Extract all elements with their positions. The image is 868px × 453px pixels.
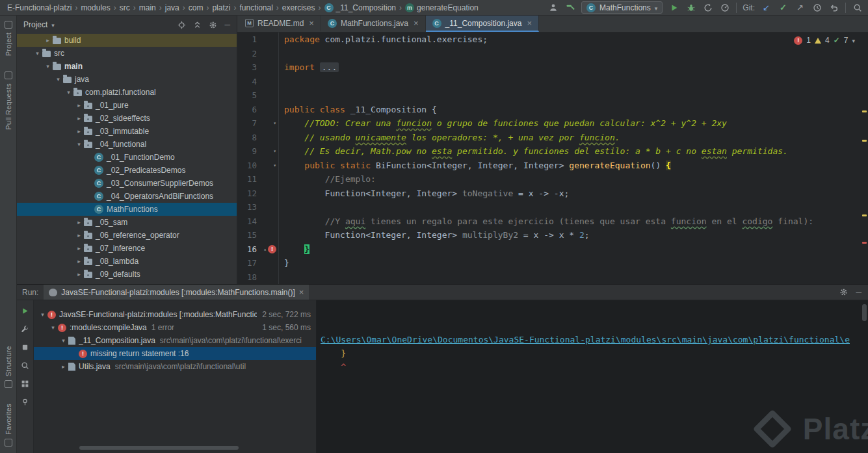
project-tree-item[interactable]: C_03_ConsumerSupplierDemos: [17, 177, 237, 190]
tree-chevron-icon[interactable]: ▾: [43, 63, 53, 70]
search-console-icon[interactable]: [21, 361, 29, 370]
tree-chevron-icon[interactable]: ▸: [74, 219, 84, 226]
project-tree-item[interactable]: ▸_07_inference: [17, 242, 237, 255]
code-line[interactable]: 1package com.platzi.functional.exercises…: [237, 32, 868, 47]
tree-chevron-icon[interactable]: ▾: [74, 141, 84, 148]
run-tree-item[interactable]: ▾_11_Composition.javasrc\main\java\com\p…: [34, 334, 316, 347]
breadcrumb-item[interactable]: C_11_Composition: [322, 3, 399, 12]
tree-chevron-icon[interactable]: ▾: [38, 311, 47, 318]
project-tree-item[interactable]: ▾com.platzi.functional: [17, 86, 237, 99]
project-tree-item[interactable]: ▸_05_sam: [17, 216, 237, 229]
code-line[interactable]: 2: [237, 47, 868, 61]
code-line[interactable]: 3import ...: [237, 60, 868, 75]
run-configuration-select[interactable]: C MathFunctions: [581, 1, 663, 14]
tree-chevron-icon[interactable]: ▸: [74, 232, 84, 239]
run-tree-item[interactable]: !missing return statement :16: [34, 347, 316, 360]
tab-close-icon[interactable]: ×: [414, 18, 419, 28]
project-tree-item[interactable]: C_04_OperatorsAndBiFunctions: [17, 190, 237, 203]
run-console[interactable]: C:\Users\Omar\OneDrive\Documentos\JavaSE…: [317, 300, 868, 453]
breadcrumb-item[interactable]: E-Functional-platzi: [5, 3, 73, 12]
project-tree-item[interactable]: ▾_04_functional: [17, 138, 237, 151]
tree-chevron-icon[interactable]: ▾: [64, 89, 73, 96]
project-tree-item[interactable]: ▾src: [17, 47, 237, 60]
project-tree-item[interactable]: C_01_FunctionDemo: [17, 151, 237, 164]
code-line[interactable]: 17}: [237, 256, 868, 270]
project-tree-item[interactable]: ▾main: [17, 60, 237, 73]
build-hammer-icon[interactable]: [564, 2, 575, 13]
locate-file-icon[interactable]: [178, 21, 186, 29]
project-tree-item[interactable]: ▸_08_lambda: [17, 255, 237, 268]
error-stripe[interactable]: [860, 32, 868, 284]
grid-icon[interactable]: [21, 380, 29, 388]
breadcrumb-item[interactable]: platzi: [210, 3, 232, 12]
collapse-all-icon[interactable]: [193, 21, 202, 29]
history-clock-icon[interactable]: [811, 2, 822, 13]
close-icon[interactable]: [299, 287, 304, 297]
inspections-widget[interactable]: 1 4 7: [794, 36, 855, 45]
project-tree-item[interactable]: ▸_06_reference_operator: [17, 229, 237, 242]
error-stripe-mark[interactable]: [862, 110, 867, 112]
chevron-down-icon[interactable]: [51, 20, 55, 29]
breadcrumb-item[interactable]: functional: [237, 3, 274, 12]
code-line[interactable]: 10▾ public static BiFunction<Integer, In…: [237, 159, 868, 173]
tree-chevron-icon[interactable]: ▸: [74, 271, 84, 278]
tree-chevron-icon[interactable]: ▾: [33, 50, 42, 57]
tab-close-icon[interactable]: ×: [527, 18, 532, 28]
project-tree-item[interactable]: ▸_02_sideeffects: [17, 112, 237, 125]
breadcrumb-item[interactable]: exercises: [280, 3, 317, 12]
stop-icon[interactable]: [21, 343, 29, 352]
code-line[interactable]: 4: [237, 75, 868, 89]
code-line[interactable]: 14 //Y aqui tienes un regalo para este e…: [237, 214, 868, 229]
hide-panel-icon[interactable]: [856, 288, 861, 297]
profiler-icon[interactable]: [719, 2, 730, 13]
tool-window-favorites[interactable]: Favorites: [5, 404, 12, 447]
fold-icon[interactable]: ▴: [263, 242, 267, 257]
rerun-icon[interactable]: [21, 307, 29, 315]
project-tree-item[interactable]: ▸build: [17, 34, 237, 47]
tree-chevron-icon[interactable]: ▸: [59, 363, 68, 370]
code-line[interactable]: 16▴! }: [237, 242, 868, 257]
git-commit-icon[interactable]: [778, 2, 789, 13]
horizontal-scrollbar[interactable]: [79, 446, 239, 450]
project-panel-title[interactable]: Project: [23, 20, 47, 29]
vertical-scrollbar[interactable]: [862, 304, 867, 321]
debug-bug-icon[interactable]: [685, 2, 696, 13]
tree-chevron-icon[interactable]: ▸: [74, 102, 84, 109]
tree-chevron-icon[interactable]: ▾: [59, 337, 68, 344]
pin-icon[interactable]: [21, 398, 29, 406]
error-stripe-mark[interactable]: [862, 214, 867, 216]
breadcrumb-item[interactable]: modules: [79, 3, 112, 12]
run-button[interactable]: [668, 2, 679, 13]
editor-tab[interactable]: C_11_Composition.java×: [426, 16, 539, 32]
project-tree-item[interactable]: ▾java: [17, 73, 237, 86]
tree-chevron-icon[interactable]: ▸: [74, 258, 84, 265]
error-stripe-mark[interactable]: [862, 140, 867, 142]
breadcrumb-item[interactable]: com: [187, 3, 205, 12]
project-tree-item[interactable]: ▸_01_pure: [17, 99, 237, 112]
tool-window-project[interactable]: Project: [5, 21, 12, 56]
editor-tab[interactable]: MREADME.md×: [239, 16, 321, 32]
hide-panel-icon[interactable]: [224, 20, 230, 29]
fold-icon[interactable]: ▾: [273, 116, 276, 131]
tree-chevron-icon[interactable]: ▸: [74, 245, 84, 252]
gear-icon[interactable]: [839, 288, 848, 296]
tool-window-structure[interactable]: Structure: [5, 346, 12, 388]
code-line[interactable]: 7▾ //TODO: Crear una funcion o grupo de …: [237, 116, 868, 131]
error-stripe-mark[interactable]: [862, 242, 867, 244]
wrench-icon[interactable]: [21, 325, 29, 333]
project-tree-item[interactable]: C_02_PredicatesDemos: [17, 164, 237, 177]
git-push-icon[interactable]: [795, 2, 806, 13]
code-line[interactable]: 11 //Ejemplo:: [237, 172, 868, 187]
breadcrumb-item[interactable]: mgenerateEquation: [403, 3, 480, 12]
search-icon[interactable]: [852, 2, 863, 13]
tree-chevron-icon[interactable]: ▸: [74, 115, 84, 122]
tool-window-pull-requests[interactable]: Pull Requests: [5, 71, 12, 130]
code-line[interactable]: 6public class _11_Composition {: [237, 103, 868, 117]
run-tree-item[interactable]: ▸Utils.javasrc\main\java\com\platzi\func…: [34, 360, 316, 373]
code-line[interactable]: 9▾ // Es decir, Math.pow no esta permiti…: [237, 144, 868, 159]
fold-icon[interactable]: ▾: [273, 144, 276, 159]
tab-close-icon[interactable]: ×: [309, 18, 314, 28]
rollback-icon[interactable]: [828, 2, 839, 13]
tree-chevron-icon[interactable]: ▾: [53, 76, 63, 83]
project-tree-item[interactable]: ▸_03_immutable: [17, 125, 237, 138]
